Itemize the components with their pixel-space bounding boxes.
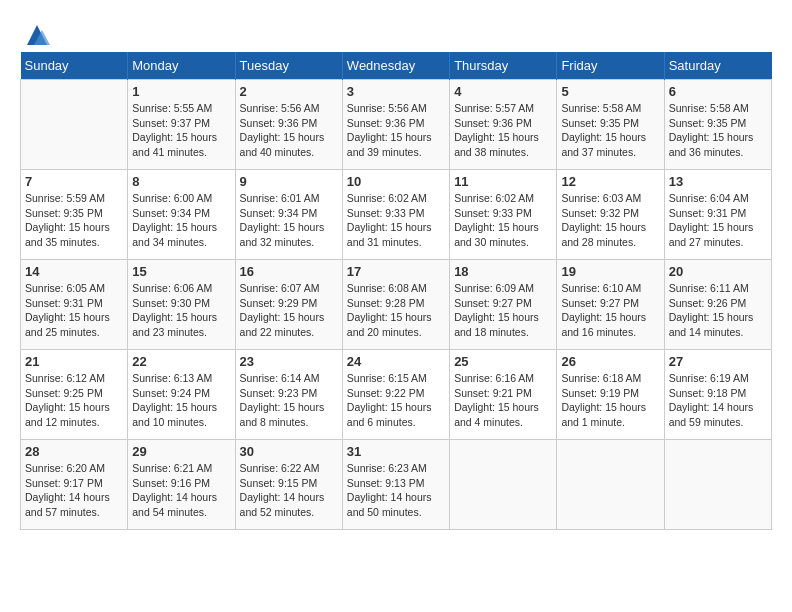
calendar-cell: 27 Sunrise: 6:19 AMSunset: 9:18 PMDaylig… bbox=[664, 350, 771, 440]
day-number: 4 bbox=[454, 84, 552, 99]
day-info: Sunrise: 5:56 AMSunset: 9:36 PMDaylight:… bbox=[240, 101, 338, 160]
calendar-cell: 18 Sunrise: 6:09 AMSunset: 9:27 PMDaylig… bbox=[450, 260, 557, 350]
day-info: Sunrise: 6:03 AMSunset: 9:32 PMDaylight:… bbox=[561, 191, 659, 250]
day-info: Sunrise: 6:19 AMSunset: 9:18 PMDaylight:… bbox=[669, 371, 767, 430]
day-number: 10 bbox=[347, 174, 445, 189]
logo bbox=[20, 20, 52, 42]
day-info: Sunrise: 5:59 AMSunset: 9:35 PMDaylight:… bbox=[25, 191, 123, 250]
day-info: Sunrise: 5:56 AMSunset: 9:36 PMDaylight:… bbox=[347, 101, 445, 160]
calendar-cell: 4 Sunrise: 5:57 AMSunset: 9:36 PMDayligh… bbox=[450, 80, 557, 170]
day-number: 15 bbox=[132, 264, 230, 279]
day-info: Sunrise: 6:00 AMSunset: 9:34 PMDaylight:… bbox=[132, 191, 230, 250]
calendar-cell: 17 Sunrise: 6:08 AMSunset: 9:28 PMDaylig… bbox=[342, 260, 449, 350]
day-info: Sunrise: 6:20 AMSunset: 9:17 PMDaylight:… bbox=[25, 461, 123, 520]
day-number: 5 bbox=[561, 84, 659, 99]
day-number: 23 bbox=[240, 354, 338, 369]
calendar-cell: 13 Sunrise: 6:04 AMSunset: 9:31 PMDaylig… bbox=[664, 170, 771, 260]
day-number: 14 bbox=[25, 264, 123, 279]
day-header-thursday: Thursday bbox=[450, 52, 557, 80]
day-header-sunday: Sunday bbox=[21, 52, 128, 80]
calendar-cell bbox=[557, 440, 664, 530]
calendar-cell: 21 Sunrise: 6:12 AMSunset: 9:25 PMDaylig… bbox=[21, 350, 128, 440]
calendar-cell: 11 Sunrise: 6:02 AMSunset: 9:33 PMDaylig… bbox=[450, 170, 557, 260]
day-number: 20 bbox=[669, 264, 767, 279]
calendar-week-2: 7 Sunrise: 5:59 AMSunset: 9:35 PMDayligh… bbox=[21, 170, 772, 260]
day-info: Sunrise: 6:08 AMSunset: 9:28 PMDaylight:… bbox=[347, 281, 445, 340]
day-header-friday: Friday bbox=[557, 52, 664, 80]
day-info: Sunrise: 6:11 AMSunset: 9:26 PMDaylight:… bbox=[669, 281, 767, 340]
day-number: 22 bbox=[132, 354, 230, 369]
calendar-cell: 10 Sunrise: 6:02 AMSunset: 9:33 PMDaylig… bbox=[342, 170, 449, 260]
logo-icon bbox=[22, 20, 52, 50]
calendar-cell: 29 Sunrise: 6:21 AMSunset: 9:16 PMDaylig… bbox=[128, 440, 235, 530]
day-number: 7 bbox=[25, 174, 123, 189]
day-info: Sunrise: 5:57 AMSunset: 9:36 PMDaylight:… bbox=[454, 101, 552, 160]
calendar-cell: 7 Sunrise: 5:59 AMSunset: 9:35 PMDayligh… bbox=[21, 170, 128, 260]
day-info: Sunrise: 6:07 AMSunset: 9:29 PMDaylight:… bbox=[240, 281, 338, 340]
calendar-table: SundayMondayTuesdayWednesdayThursdayFrid… bbox=[20, 52, 772, 530]
day-number: 28 bbox=[25, 444, 123, 459]
day-number: 16 bbox=[240, 264, 338, 279]
day-info: Sunrise: 6:09 AMSunset: 9:27 PMDaylight:… bbox=[454, 281, 552, 340]
calendar-cell: 30 Sunrise: 6:22 AMSunset: 9:15 PMDaylig… bbox=[235, 440, 342, 530]
day-number: 12 bbox=[561, 174, 659, 189]
day-number: 17 bbox=[347, 264, 445, 279]
day-number: 19 bbox=[561, 264, 659, 279]
calendar-cell: 31 Sunrise: 6:23 AMSunset: 9:13 PMDaylig… bbox=[342, 440, 449, 530]
day-header-monday: Monday bbox=[128, 52, 235, 80]
day-info: Sunrise: 6:13 AMSunset: 9:24 PMDaylight:… bbox=[132, 371, 230, 430]
day-number: 18 bbox=[454, 264, 552, 279]
calendar-cell bbox=[450, 440, 557, 530]
calendar-week-5: 28 Sunrise: 6:20 AMSunset: 9:17 PMDaylig… bbox=[21, 440, 772, 530]
day-info: Sunrise: 6:04 AMSunset: 9:31 PMDaylight:… bbox=[669, 191, 767, 250]
day-header-wednesday: Wednesday bbox=[342, 52, 449, 80]
calendar-week-3: 14 Sunrise: 6:05 AMSunset: 9:31 PMDaylig… bbox=[21, 260, 772, 350]
calendar-cell: 9 Sunrise: 6:01 AMSunset: 9:34 PMDayligh… bbox=[235, 170, 342, 260]
day-info: Sunrise: 6:01 AMSunset: 9:34 PMDaylight:… bbox=[240, 191, 338, 250]
calendar-cell: 20 Sunrise: 6:11 AMSunset: 9:26 PMDaylig… bbox=[664, 260, 771, 350]
day-number: 25 bbox=[454, 354, 552, 369]
calendar-cell: 22 Sunrise: 6:13 AMSunset: 9:24 PMDaylig… bbox=[128, 350, 235, 440]
calendar-cell: 1 Sunrise: 5:55 AMSunset: 9:37 PMDayligh… bbox=[128, 80, 235, 170]
calendar-cell bbox=[21, 80, 128, 170]
day-number: 6 bbox=[669, 84, 767, 99]
day-info: Sunrise: 6:02 AMSunset: 9:33 PMDaylight:… bbox=[347, 191, 445, 250]
calendar-cell: 12 Sunrise: 6:03 AMSunset: 9:32 PMDaylig… bbox=[557, 170, 664, 260]
day-info: Sunrise: 6:14 AMSunset: 9:23 PMDaylight:… bbox=[240, 371, 338, 430]
day-info: Sunrise: 6:21 AMSunset: 9:16 PMDaylight:… bbox=[132, 461, 230, 520]
calendar-week-1: 1 Sunrise: 5:55 AMSunset: 9:37 PMDayligh… bbox=[21, 80, 772, 170]
day-number: 3 bbox=[347, 84, 445, 99]
day-info: Sunrise: 5:58 AMSunset: 9:35 PMDaylight:… bbox=[561, 101, 659, 160]
day-info: Sunrise: 6:23 AMSunset: 9:13 PMDaylight:… bbox=[347, 461, 445, 520]
calendar-cell: 3 Sunrise: 5:56 AMSunset: 9:36 PMDayligh… bbox=[342, 80, 449, 170]
days-header-row: SundayMondayTuesdayWednesdayThursdayFrid… bbox=[21, 52, 772, 80]
day-info: Sunrise: 6:22 AMSunset: 9:15 PMDaylight:… bbox=[240, 461, 338, 520]
day-number: 27 bbox=[669, 354, 767, 369]
day-number: 21 bbox=[25, 354, 123, 369]
day-info: Sunrise: 6:06 AMSunset: 9:30 PMDaylight:… bbox=[132, 281, 230, 340]
day-info: Sunrise: 6:12 AMSunset: 9:25 PMDaylight:… bbox=[25, 371, 123, 430]
day-number: 29 bbox=[132, 444, 230, 459]
day-info: Sunrise: 6:16 AMSunset: 9:21 PMDaylight:… bbox=[454, 371, 552, 430]
calendar-cell: 19 Sunrise: 6:10 AMSunset: 9:27 PMDaylig… bbox=[557, 260, 664, 350]
day-number: 26 bbox=[561, 354, 659, 369]
calendar-cell: 23 Sunrise: 6:14 AMSunset: 9:23 PMDaylig… bbox=[235, 350, 342, 440]
day-number: 13 bbox=[669, 174, 767, 189]
day-info: Sunrise: 6:05 AMSunset: 9:31 PMDaylight:… bbox=[25, 281, 123, 340]
calendar-cell: 15 Sunrise: 6:06 AMSunset: 9:30 PMDaylig… bbox=[128, 260, 235, 350]
day-number: 2 bbox=[240, 84, 338, 99]
calendar-cell: 16 Sunrise: 6:07 AMSunset: 9:29 PMDaylig… bbox=[235, 260, 342, 350]
day-number: 11 bbox=[454, 174, 552, 189]
day-header-tuesday: Tuesday bbox=[235, 52, 342, 80]
day-number: 9 bbox=[240, 174, 338, 189]
day-number: 8 bbox=[132, 174, 230, 189]
calendar-cell: 26 Sunrise: 6:18 AMSunset: 9:19 PMDaylig… bbox=[557, 350, 664, 440]
calendar-week-4: 21 Sunrise: 6:12 AMSunset: 9:25 PMDaylig… bbox=[21, 350, 772, 440]
calendar-cell: 5 Sunrise: 5:58 AMSunset: 9:35 PMDayligh… bbox=[557, 80, 664, 170]
calendar-cell: 24 Sunrise: 6:15 AMSunset: 9:22 PMDaylig… bbox=[342, 350, 449, 440]
day-info: Sunrise: 5:55 AMSunset: 9:37 PMDaylight:… bbox=[132, 101, 230, 160]
calendar-cell: 2 Sunrise: 5:56 AMSunset: 9:36 PMDayligh… bbox=[235, 80, 342, 170]
day-info: Sunrise: 6:15 AMSunset: 9:22 PMDaylight:… bbox=[347, 371, 445, 430]
calendar-cell: 28 Sunrise: 6:20 AMSunset: 9:17 PMDaylig… bbox=[21, 440, 128, 530]
calendar-cell bbox=[664, 440, 771, 530]
